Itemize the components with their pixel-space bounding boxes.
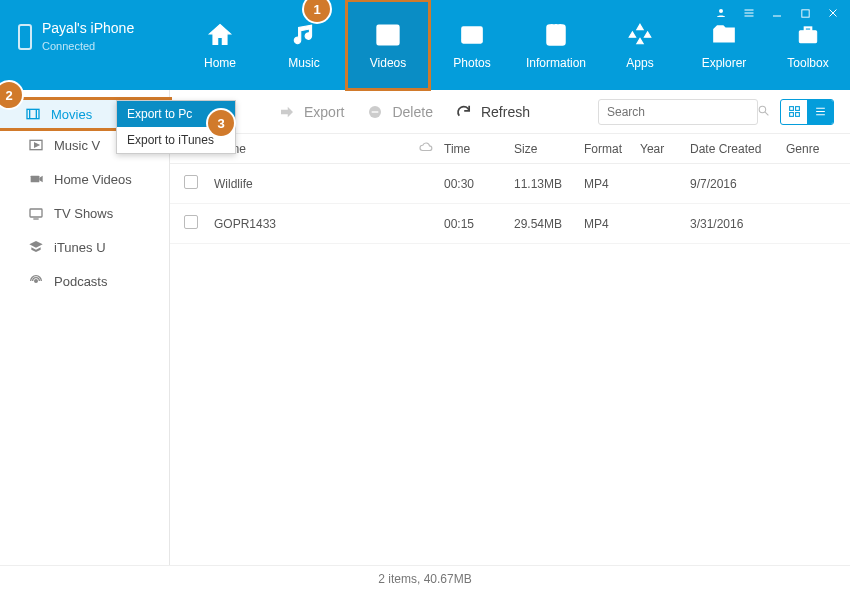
information-icon <box>541 20 571 50</box>
cell-format: MP4 <box>584 217 640 231</box>
svg-point-36 <box>35 280 38 283</box>
col-cloud-icon[interactable] <box>408 140 444 157</box>
svg-rect-34 <box>30 209 42 217</box>
svg-rect-43 <box>789 113 793 117</box>
sidebar-label: Movies <box>51 107 92 122</box>
nav-label: Photos <box>453 56 490 70</box>
device-block: Payal's iPhone Connected <box>0 0 178 90</box>
content-area: Export Delete Refresh Name <box>170 90 850 565</box>
svg-rect-26 <box>805 27 812 30</box>
callout-3: 3 <box>208 110 234 136</box>
home-video-icon <box>28 171 44 187</box>
home-icon <box>205 20 235 50</box>
svg-marker-31 <box>35 143 39 147</box>
videos-icon <box>373 20 403 50</box>
table-header: Name Time Size Format Year Date Created … <box>170 134 850 164</box>
sidebar: Movies Music V Home Videos TV Shows iTun… <box>0 90 170 565</box>
svg-point-39 <box>759 106 766 113</box>
sidebar-item-itunes-u[interactable]: iTunes U <box>0 230 169 264</box>
svg-rect-42 <box>795 107 799 111</box>
table-row[interactable]: GOPR1433 00:15 29.54MB MP4 3/31/2016 <box>170 204 850 244</box>
sidebar-label: TV Shows <box>54 206 113 221</box>
sidebar-item-podcasts[interactable]: Podcasts <box>0 264 169 298</box>
movies-icon <box>25 106 41 122</box>
col-time[interactable]: Time <box>444 142 514 156</box>
refresh-icon <box>455 103 473 121</box>
toolbar: Export Delete Refresh <box>170 90 850 134</box>
device-name: Payal's iPhone <box>42 20 134 36</box>
cell-size: 29.54MB <box>514 217 584 231</box>
cell-time: 00:15 <box>444 217 514 231</box>
nav-label: Information <box>526 56 586 70</box>
svg-marker-33 <box>39 176 42 183</box>
explorer-icon <box>709 20 739 50</box>
svg-line-40 <box>765 112 768 115</box>
svg-rect-41 <box>789 107 793 111</box>
svg-rect-27 <box>27 109 39 118</box>
podcast-icon <box>28 273 44 289</box>
photos-icon <box>457 20 487 50</box>
cell-size: 11.13MB <box>514 177 584 191</box>
search-icon <box>757 104 770 120</box>
row-checkbox[interactable] <box>184 215 198 229</box>
col-year[interactable]: Year <box>640 142 690 156</box>
cell-name: Wildlife <box>214 177 408 191</box>
svg-rect-44 <box>795 113 799 117</box>
col-genre[interactable]: Genre <box>786 142 836 156</box>
nav-videos[interactable]: Videos <box>346 0 430 90</box>
app-header: Payal's iPhone Connected Home Music Vide… <box>0 0 850 90</box>
device-status: Connected <box>42 40 134 52</box>
col-size[interactable]: Size <box>514 142 584 156</box>
table-row[interactable]: Wildlife 00:30 11.13MB MP4 9/7/2016 <box>170 164 850 204</box>
grid-view-button[interactable] <box>781 100 807 124</box>
delete-button[interactable]: Delete <box>366 103 432 121</box>
nav-label: Videos <box>370 56 406 70</box>
nav-label: Music <box>288 56 319 70</box>
nav-home[interactable]: Home <box>178 0 262 90</box>
cell-format: MP4 <box>584 177 640 191</box>
sidebar-label: Home Videos <box>54 172 132 187</box>
search-input[interactable] <box>607 105 757 119</box>
search-box[interactable] <box>598 99 758 125</box>
cell-date: 3/31/2016 <box>690 217 786 231</box>
refresh-button[interactable]: Refresh <box>455 103 530 121</box>
cell-time: 00:30 <box>444 177 514 191</box>
toolbar-label: Export <box>304 104 344 120</box>
col-name[interactable]: Name <box>214 142 408 156</box>
status-bar: 2 items, 40.67MB <box>0 565 850 591</box>
itunesu-icon <box>28 239 44 255</box>
export-icon <box>278 103 296 121</box>
list-view-button[interactable] <box>807 100 833 124</box>
apps-icon <box>625 20 655 50</box>
top-nav: Home Music Videos Photos Information App… <box>178 0 850 90</box>
svg-rect-32 <box>31 176 40 183</box>
toolbar-label: Refresh <box>481 104 530 120</box>
phone-icon <box>18 24 32 50</box>
col-format[interactable]: Format <box>584 142 640 156</box>
nav-explorer[interactable]: Explorer <box>682 0 766 90</box>
nav-photos[interactable]: Photos <box>430 0 514 90</box>
col-date[interactable]: Date Created <box>690 142 786 156</box>
cell-name: GOPR1433 <box>214 217 408 231</box>
music-video-icon <box>28 137 44 153</box>
nav-apps[interactable]: Apps <box>598 0 682 90</box>
nav-label: Toolbox <box>787 56 828 70</box>
svg-rect-38 <box>372 111 379 112</box>
sidebar-item-home-videos[interactable]: Home Videos <box>0 162 169 196</box>
nav-label: Apps <box>626 56 653 70</box>
cell-date: 9/7/2016 <box>690 177 786 191</box>
row-checkbox[interactable] <box>184 175 198 189</box>
toolbar-label: Delete <box>392 104 432 120</box>
delete-icon <box>366 103 384 121</box>
music-icon <box>289 20 319 50</box>
svg-rect-25 <box>799 31 816 43</box>
nav-label: Explorer <box>702 56 747 70</box>
tv-icon <box>28 205 44 221</box>
nav-toolbox[interactable]: Toolbox <box>766 0 850 90</box>
sidebar-label: iTunes U <box>54 240 106 255</box>
sidebar-item-tv-shows[interactable]: TV Shows <box>0 196 169 230</box>
nav-information[interactable]: Information <box>514 0 598 90</box>
view-toggle <box>780 99 834 125</box>
status-text: 2 items, 40.67MB <box>378 572 471 586</box>
export-button[interactable]: Export <box>278 103 344 121</box>
